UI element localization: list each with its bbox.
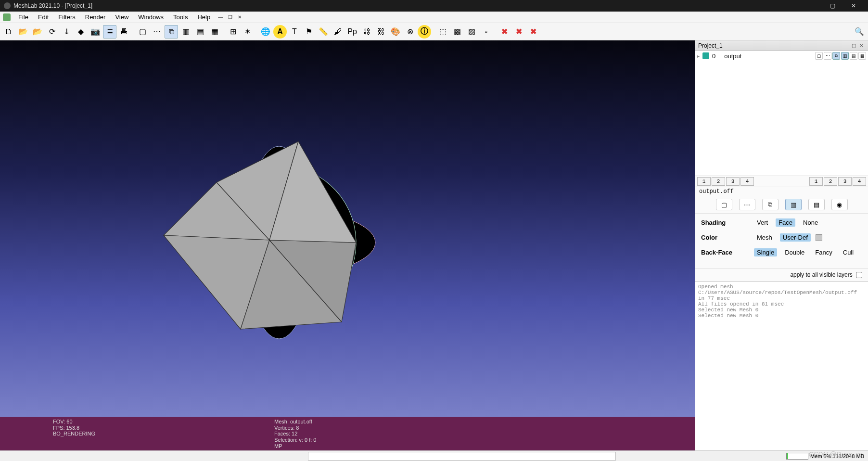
layer-list[interactable]: ▸ 0 output ▢ ⋯ ⧉ ▥ ▤ ▦ bbox=[695, 51, 868, 176]
toolbar-layers-icon[interactable]: ≣ bbox=[103, 25, 116, 38]
log-panel[interactable]: Opened mesh C:/Users/ASUS/source/repos/T… bbox=[695, 282, 868, 450]
toolbar-sel-conn-icon[interactable]: ▨ bbox=[465, 25, 478, 38]
toolbar-del-v-icon[interactable]: ✖ bbox=[498, 25, 511, 38]
toolbar-axis-icon[interactable]: ✶ bbox=[241, 25, 254, 38]
opt-fancy[interactable]: Fancy bbox=[812, 248, 835, 256]
tab-fill-icon[interactable]: ▥ bbox=[785, 199, 802, 210]
toolbar-bbox-icon[interactable]: ▢ bbox=[136, 25, 149, 38]
titlebar: MeshLab 2021.10 - [Project_1] — ▢ ✕ bbox=[0, 0, 868, 12]
menu-help[interactable]: Help bbox=[192, 13, 215, 22]
close-button[interactable]: ✕ bbox=[843, 0, 864, 12]
viewport-3d[interactable] bbox=[0, 40, 695, 417]
menu-file[interactable]: File bbox=[13, 13, 33, 22]
toolbar-topo1-icon[interactable]: ⛓ bbox=[360, 25, 373, 38]
status-input[interactable] bbox=[308, 452, 616, 461]
toolbar-reload-icon[interactable]: ⟳ bbox=[45, 25, 59, 38]
toolbar-annotate-flag-icon[interactable]: ⚑ bbox=[302, 25, 316, 38]
preset-left-4[interactable]: 4 bbox=[740, 177, 754, 186]
toolbar-paint-icon[interactable]: 🖌 bbox=[331, 25, 345, 38]
menu-edit[interactable]: Edit bbox=[33, 13, 53, 22]
search-icon[interactable]: 🔍 bbox=[853, 25, 866, 38]
layer-fill-icon[interactable]: ▥ bbox=[841, 52, 849, 60]
layer-wire-icon[interactable]: ⧉ bbox=[832, 52, 840, 60]
panel-close-icon[interactable]: ✕ bbox=[857, 42, 865, 50]
toolbar-flat-icon[interactable]: ▥ bbox=[179, 25, 192, 38]
menu-tools[interactable]: Tools bbox=[168, 13, 192, 22]
expand-icon[interactable]: ▸ bbox=[697, 53, 700, 59]
toolbar-topo2-icon[interactable]: ⛓ bbox=[374, 25, 388, 38]
preset-left-3[interactable]: 3 bbox=[726, 177, 740, 186]
toolbar-sel-v-icon[interactable]: ⬚ bbox=[436, 25, 449, 38]
toolbar-del-sel-icon[interactable]: ✖ bbox=[526, 25, 540, 38]
toolbar-import-icon[interactable]: ⤓ bbox=[60, 25, 73, 38]
toolbar-open-recent-icon[interactable]: 📂 bbox=[31, 25, 44, 38]
panel-undock-icon[interactable]: ▢ bbox=[850, 42, 857, 50]
toolbar-sel-none-icon[interactable]: ▫ bbox=[479, 25, 493, 38]
meshlab-icon bbox=[3, 13, 11, 21]
toolbar-flat-lines-icon[interactable]: ▤ bbox=[193, 25, 207, 38]
opt-single[interactable]: Single bbox=[754, 248, 777, 256]
color-swatch[interactable] bbox=[816, 234, 822, 241]
apply-checkbox[interactable] bbox=[856, 272, 862, 278]
toolbar-pp-logo-icon[interactable]: Pp bbox=[345, 25, 359, 38]
mesh-rendering bbox=[154, 132, 366, 344]
minimize-button[interactable]: — bbox=[801, 0, 822, 12]
mdi-minimize[interactable]: — bbox=[216, 14, 225, 21]
toolbar-globe-icon[interactable]: 🌐 bbox=[259, 25, 272, 38]
toolbar-sel-f-icon[interactable]: ▩ bbox=[450, 25, 464, 38]
toolbar-export-icon[interactable]: ◆ bbox=[74, 25, 88, 38]
backface-label: Back-Face bbox=[701, 249, 754, 256]
toolbar: 🗋📂📂⟳⤓◆📷≣🖶▢⋯⧉▥▤▦⊞✶🌐AT⚑📏🖌Pp⛓⛓🎨⊗ⓘ⬚▩▨▫✖✖✖🔍 bbox=[0, 23, 868, 40]
layer-index: 0 bbox=[712, 52, 715, 60]
menu-render[interactable]: Render bbox=[80, 13, 111, 22]
preset-right-2[interactable]: 2 bbox=[824, 177, 837, 186]
toolbar-annotate-t-icon[interactable]: T bbox=[288, 25, 301, 38]
opt-double[interactable]: Double bbox=[782, 248, 807, 256]
toolbar-bg-grid-icon[interactable]: ⊞ bbox=[226, 25, 240, 38]
opt-cull[interactable]: Cull bbox=[840, 248, 856, 256]
menu-filters[interactable]: Filters bbox=[53, 13, 80, 22]
visibility-icon[interactable] bbox=[702, 52, 709, 59]
toolbar-open-icon[interactable]: 📂 bbox=[16, 25, 30, 38]
opt-vert[interactable]: Vert bbox=[754, 218, 771, 227]
mdi-close[interactable]: ✕ bbox=[235, 14, 244, 21]
menu-windows[interactable]: Windows bbox=[133, 13, 168, 22]
toolbar-color-transfer-icon[interactable]: 🎨 bbox=[389, 25, 402, 38]
tab-wire-icon[interactable]: ⧉ bbox=[762, 199, 779, 210]
toolbar-smooth-icon[interactable]: ▦ bbox=[208, 25, 221, 38]
toolbar-info-icon[interactable]: ⓘ bbox=[418, 25, 431, 38]
layer-points-icon[interactable]: ⋯ bbox=[824, 52, 831, 60]
toolbar-georef-icon[interactable]: ⊗ bbox=[403, 25, 417, 38]
layer-sel-icon[interactable]: ▤ bbox=[850, 52, 857, 60]
opt-face[interactable]: Face bbox=[776, 218, 795, 227]
tab-bbox-icon[interactable]: ▢ bbox=[716, 199, 732, 210]
layer-bbox-icon[interactable]: ▢ bbox=[815, 52, 823, 60]
shading-label: Shading bbox=[701, 219, 754, 226]
layer-row[interactable]: ▸ 0 output ▢ ⋯ ⧉ ▥ ▤ ▦ bbox=[695, 51, 868, 61]
preset-left-2[interactable]: 2 bbox=[712, 177, 725, 186]
layer-name: output bbox=[724, 52, 741, 60]
opt-user-def[interactable]: User-Def bbox=[780, 233, 811, 242]
opt-mesh[interactable]: Mesh bbox=[754, 233, 775, 242]
tab-sel-icon[interactable]: ▤ bbox=[808, 199, 825, 210]
toolbar-raster-icon[interactable]: 🖶 bbox=[117, 25, 131, 38]
toolbar-points-icon[interactable]: ⋯ bbox=[150, 25, 164, 38]
toolbar-snapshot-icon[interactable]: 📷 bbox=[89, 25, 102, 38]
preset-right-1[interactable]: 1 bbox=[809, 177, 823, 186]
toolbar-measure-icon[interactable]: 📏 bbox=[317, 25, 330, 38]
toolbar-annotate-a-icon[interactable]: A bbox=[273, 25, 287, 38]
menu-view[interactable]: View bbox=[110, 13, 133, 22]
opt-none[interactable]: None bbox=[800, 218, 821, 227]
toolbar-wire-icon[interactable]: ⧉ bbox=[165, 25, 178, 38]
maximize-button[interactable]: ▢ bbox=[822, 0, 843, 12]
layer-edge-icon[interactable]: ▦ bbox=[858, 52, 866, 60]
mesh-filename: output.off bbox=[695, 187, 868, 196]
toolbar-new-icon[interactable]: 🗋 bbox=[2, 25, 15, 38]
preset-left-1[interactable]: 1 bbox=[697, 177, 711, 186]
tab-points-icon[interactable]: ⋯ bbox=[739, 199, 755, 210]
preset-right-4[interactable]: 4 bbox=[853, 177, 866, 186]
preset-right-3[interactable]: 3 bbox=[838, 177, 852, 186]
toolbar-del-f-icon[interactable]: ✖ bbox=[512, 25, 525, 38]
tab-edge-icon[interactable]: ◉ bbox=[831, 199, 848, 210]
mdi-restore[interactable]: ❐ bbox=[226, 14, 234, 21]
